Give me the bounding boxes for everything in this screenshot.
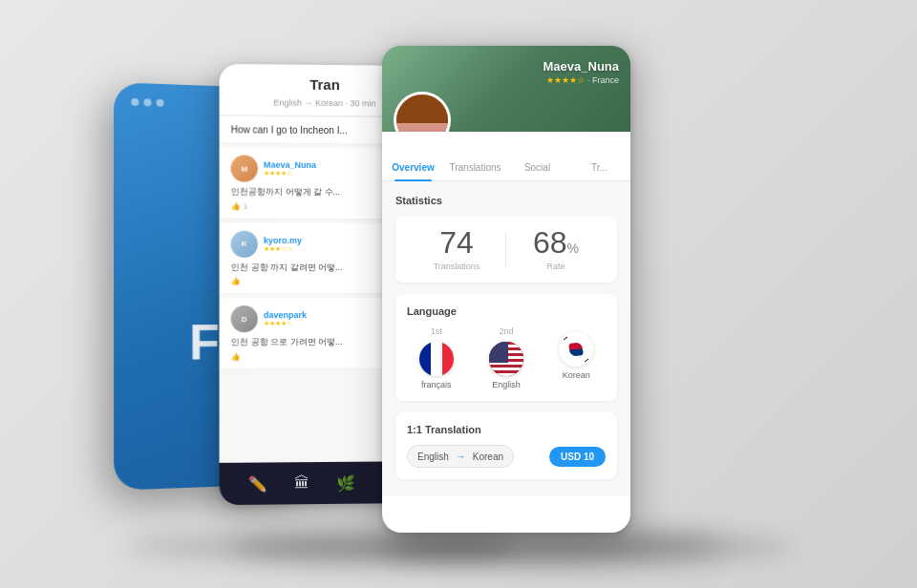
- profile-stars: ★★★★☆: [546, 75, 585, 85]
- avatar-face: [396, 94, 448, 132]
- phone-front: Maeva_Nuna ★★★★☆ · France Overview Trans…: [382, 46, 630, 533]
- lang-korean: Korean: [547, 326, 606, 389]
- stat-translations-label: Translations: [407, 262, 506, 271]
- avatar-3: D: [231, 305, 258, 332]
- scene: 2:4 Fli Tran English → Korean · 30 min H…: [115, 46, 802, 542]
- phone-front-shadow: [382, 533, 726, 561]
- dot-3: [157, 99, 164, 107]
- stars-2: ★★★☆☆: [264, 244, 390, 252]
- profile-name-area: Maeva_Nuna ★★★★☆ · France: [544, 59, 619, 85]
- stats-row: 74 Translations 68% Rate: [395, 216, 617, 283]
- stat-rate-number: 68%: [506, 227, 606, 258]
- language-section: Language 1st français: [395, 294, 617, 401]
- svg-rect-6: [489, 356, 523, 359]
- lang-french: 1st français: [407, 326, 465, 389]
- svg-rect-11: [489, 370, 523, 373]
- info-1: Maeva_Nuna ★★★★☆: [264, 160, 390, 178]
- dot-1: [131, 98, 139, 106]
- svg-point-19: [577, 349, 584, 356]
- language-title: Language: [407, 305, 606, 317]
- tab-social[interactable]: Social: [506, 155, 568, 180]
- svg-rect-12: [489, 373, 523, 376]
- profile-username: Maeva_Nuna: [544, 59, 619, 74]
- svg-rect-5: [489, 353, 523, 356]
- svg-point-18: [569, 344, 576, 350]
- lang-name-french: français: [407, 380, 465, 389]
- lang-rank-1: 1st: [407, 326, 465, 336]
- avatar-2: K: [231, 230, 258, 257]
- arrow-icon: →: [456, 451, 466, 462]
- flag-french: [419, 342, 454, 376]
- stat-translations: 74 Translations: [407, 227, 506, 271]
- name-3: davenpark: [264, 310, 394, 320]
- nav-leaf-icon[interactable]: 🌿: [336, 473, 355, 492]
- svg-rect-8: [489, 362, 523, 365]
- stars-3: ★★★★☆: [264, 320, 394, 327]
- name-2: kyoro.my: [264, 235, 390, 244]
- stars-1: ★★★★☆: [264, 170, 390, 178]
- profile-content: Statistics 74 Translations 68% Rate Lang…: [382, 181, 630, 496]
- profile-tabs: Overview Translations Social Tr...: [382, 132, 630, 181]
- nav-edit-icon[interactable]: ✏️: [248, 474, 267, 493]
- tab-more[interactable]: Tr...: [568, 155, 630, 180]
- profile-rating: ★★★★☆ · France: [544, 75, 619, 85]
- svg-rect-13: [489, 342, 503, 360]
- translation-1-1-title: 1:1 Translation: [407, 424, 606, 435]
- svg-rect-7: [489, 359, 523, 362]
- lang-name-korean: Korean: [547, 370, 606, 380]
- svg-rect-9: [489, 365, 523, 368]
- stat-rate-label: Rate: [506, 262, 606, 271]
- translation-1-1-row: English → Korean USD 10: [407, 445, 606, 468]
- stat-translations-number: 74: [407, 227, 506, 258]
- lang-items: 1st français 2nd: [407, 326, 606, 389]
- info-2: kyoro.my ★★★☆☆: [264, 235, 390, 252]
- from-lang: English: [417, 452, 449, 462]
- svg-rect-3: [489, 347, 523, 350]
- avatar-1: M: [231, 155, 258, 181]
- translation-1-1-section: 1:1 Translation English → Korean USD 10: [395, 412, 617, 479]
- name-1: Maeva_Nuna: [264, 160, 390, 171]
- lang-pair-badge[interactable]: English → Korean: [407, 445, 514, 468]
- svg-rect-10: [489, 368, 523, 370]
- lang-english: 2nd: [477, 326, 535, 389]
- stat-rate: 68% Rate: [506, 227, 606, 271]
- price-button[interactable]: USD 10: [549, 447, 606, 467]
- info-3: davenpark ★★★★☆: [264, 310, 394, 327]
- flag-korean: [559, 332, 593, 367]
- svg-rect-4: [489, 350, 523, 353]
- stats-title: Statistics: [395, 195, 617, 206]
- svg-rect-2: [489, 345, 523, 347]
- dot-2: [143, 98, 151, 106]
- like-count-1: 1: [244, 201, 247, 210]
- profile-header: Maeva_Nuna ★★★★☆ · France: [382, 46, 630, 132]
- to-lang: Korean: [473, 452, 503, 462]
- svg-text:★ ★: ★ ★: [491, 355, 501, 361]
- lang-rank-2: 2nd: [477, 326, 535, 336]
- nav-store-icon[interactable]: 🏛: [294, 474, 309, 492]
- tab-overview[interactable]: Overview: [382, 155, 444, 180]
- profile-country: · France: [587, 75, 619, 85]
- tab-translations[interactable]: Translations: [444, 155, 506, 180]
- svg-text:★★★: ★★★: [491, 349, 508, 356]
- flag-us: ★★★ ★ ★: [489, 342, 523, 376]
- lang-name-english: English: [477, 380, 535, 389]
- svg-rect-1: [489, 342, 523, 345]
